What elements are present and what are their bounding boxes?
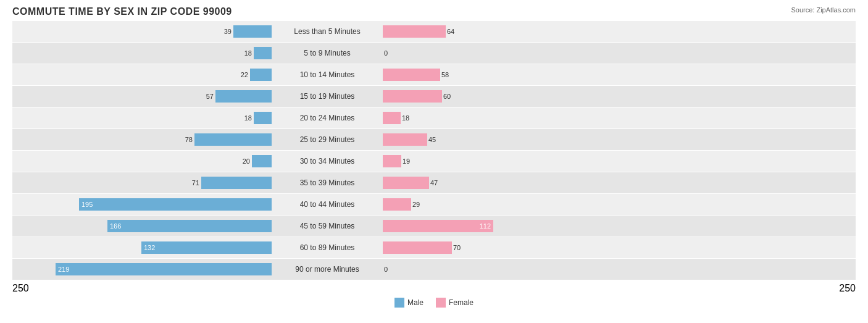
axis-right: 250 [839,283,856,294]
bar-label: 20 to 24 Minutes [272,114,383,122]
legend-female: Female [436,298,474,308]
female-value: 0 [384,266,388,273]
male-bar [215,90,272,103]
left-section: 18 [12,107,272,128]
bar-label: Less than 5 Minutes [272,27,383,36]
table-row: 219 90 or more Minutes 0 [12,259,856,280]
left-section: 132 [12,237,272,258]
female-bar [383,69,440,81]
table-row: 18 20 to 24 Minutes 18 [12,107,856,128]
right-section: 18 [383,107,642,128]
female-bar [383,155,401,167]
table-row: 57 15 to 19 Minutes 60 [12,86,856,107]
right-section: 47 [383,172,642,193]
male-label: Male [407,298,424,307]
right-section: 45 [383,129,642,150]
right-section: 0 [383,43,642,64]
right-section: 19 [383,151,642,172]
table-row: 71 35 to 39 Minutes 47 [12,172,856,193]
left-section: 20 [12,151,272,172]
male-bar [194,133,272,146]
male-value: 71 [192,179,201,187]
left-section: 22 [12,64,272,85]
chart-container: COMMUTE TIME BY SEX IN ZIP CODE 99009 So… [0,0,868,323]
male-bar [250,69,272,81]
bar-label: 10 to 14 Minutes [272,70,383,79]
female-value: 47 [430,179,438,187]
right-section: 64 [383,21,642,42]
right-section: 0 [383,259,642,280]
female-label: Female [449,298,474,307]
left-section: 195 [12,194,272,215]
left-section: 39 [12,21,272,42]
bar-label: 60 to 89 Minutes [272,243,383,252]
female-value: 70 [453,244,461,251]
left-section: 71 [12,172,272,193]
female-bar [383,241,452,254]
table-row: 39 Less than 5 Minutes 64 [12,21,856,42]
bar-label: 5 to 9 Minutes [272,49,383,57]
male-value: 39 [224,28,233,35]
bar-label: 45 to 59 Minutes [272,222,383,230]
left-section: 57 [12,86,272,107]
table-row: 78 25 to 29 Minutes 45 [12,129,856,150]
female-bar [383,177,429,189]
male-value: 57 [206,93,215,100]
male-value: 78 [185,136,194,143]
bar-label: 30 to 34 Minutes [272,157,383,166]
male-bar: 132 [141,241,272,254]
male-bar [254,47,272,59]
right-section: 60 [383,86,642,107]
left-section: 78 [12,129,272,150]
left-section: 18 [12,43,272,64]
female-bar [383,90,442,103]
bar-label: 35 to 39 Minutes [272,178,383,187]
male-value: 195 [79,201,93,208]
legend: Male Female [12,298,856,308]
table-row: 195 40 to 44 Minutes 29 [12,194,856,215]
bar-label: 90 or more Minutes [272,265,383,274]
axis-left: 250 [12,283,29,294]
table-row: 18 5 to 9 Minutes 0 [12,43,856,64]
male-bar [233,25,272,38]
female-value: 19 [403,157,410,165]
male-value: 18 [244,114,254,122]
male-value: 166 [107,222,121,230]
source-text: Source: ZipAtlas.com [791,6,856,14]
left-section: 219 [12,259,272,280]
table-row: 22 10 to 14 Minutes 58 [12,64,856,85]
right-section: 58 [383,64,642,85]
female-value: 60 [443,93,451,100]
chart-title: COMMUTE TIME BY SEX IN ZIP CODE 99009 [12,6,856,17]
bar-label: 25 to 29 Minutes [272,135,383,144]
male-bar [254,112,272,124]
male-color-box [394,298,404,308]
male-value: 18 [244,49,254,57]
legend-male: Male [394,298,424,308]
male-value: 20 [243,157,252,165]
table-row: 132 60 to 89 Minutes 70 [12,237,856,258]
female-value: 0 [384,49,388,57]
male-bar: 166 [107,220,272,232]
male-bar [201,177,272,189]
female-value: 64 [447,28,454,35]
table-row: 20 30 to 34 Minutes 19 [12,151,856,172]
female-bar [383,198,411,211]
female-value: 18 [402,114,409,122]
male-value: 132 [141,244,155,251]
bar-label: 40 to 44 Minutes [272,200,383,209]
male-value: 22 [241,71,250,78]
male-bar: 219 [56,263,272,275]
right-section: 112 [383,216,642,237]
left-section: 166 [12,216,272,237]
axis-labels: 250 250 [12,283,856,294]
female-bar [383,112,401,124]
male-value: 219 [56,266,69,273]
male-bar: 195 [79,198,272,211]
right-section: 29 [383,194,642,215]
female-value: 45 [428,136,436,143]
table-row: 166 45 to 59 Minutes 112 [12,216,856,237]
female-value: 29 [412,201,420,208]
female-color-box [436,298,446,308]
female-value: 58 [441,71,449,78]
